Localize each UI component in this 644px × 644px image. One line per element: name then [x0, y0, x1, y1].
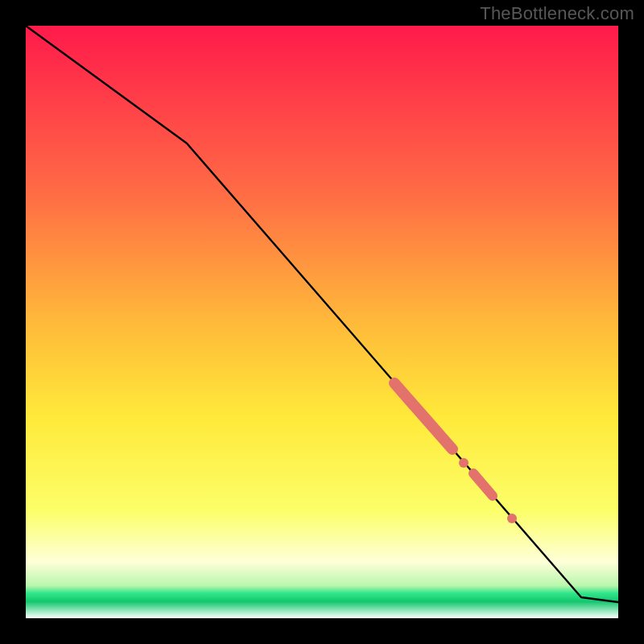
watermark-text: TheBottleneck.com	[480, 3, 634, 24]
plot-background	[26, 26, 618, 618]
chart-stage: TheBottleneck.com	[0, 0, 644, 644]
marker-dot	[459, 458, 469, 468]
chart-svg	[0, 0, 644, 644]
marker-dot	[507, 514, 517, 523]
